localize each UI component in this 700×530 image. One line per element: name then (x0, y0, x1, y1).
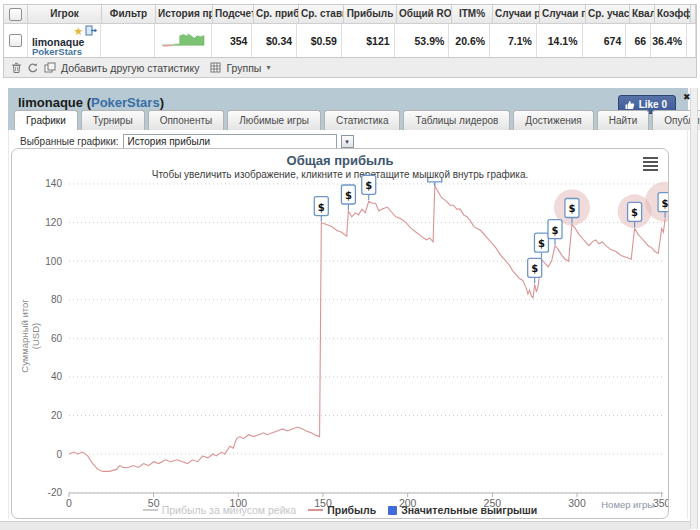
tab-найти[interactable]: Найти (597, 110, 650, 130)
refresh-icon[interactable] (27, 62, 39, 74)
tab-таблицы-лидеров[interactable]: Таблицы лидеров (403, 110, 510, 130)
tab-оппоненты[interactable]: Оппоненты (148, 110, 225, 130)
significant-win-flag-1[interactable]: $ (341, 185, 355, 210)
column-header-itm[interactable]: ITM% (452, 5, 493, 24)
column-header-count[interactable]: Подсчет (213, 5, 254, 24)
graph-select[interactable]: История прибыли (123, 134, 337, 149)
svg-text:$: $ (552, 225, 559, 236)
column-header-profit[interactable]: Прибыль (344, 5, 397, 24)
significant-win-flag-4[interactable]: $ (534, 233, 548, 258)
cell-avg-profit: $0.34 (252, 24, 297, 57)
significant-win-flag-3[interactable]: $ (528, 258, 542, 283)
column-header-early[interactable]: Случаи ра (493, 5, 540, 24)
player-name: limonaque (18, 95, 83, 110)
cell-qual: 66 (626, 24, 651, 57)
svg-text:$: $ (318, 202, 325, 213)
column-header-avg-entrants[interactable]: Ср. участ (586, 5, 630, 24)
chart-plot[interactable]: -200204060801001201400501001502002503003… (12, 149, 668, 518)
column-header-filter[interactable]: Фильтр (102, 5, 156, 24)
tab-турниры[interactable]: Турниры (81, 110, 145, 130)
svg-text:$: $ (568, 203, 575, 214)
svg-text:40: 40 (51, 371, 63, 382)
profit-history-sparkline (160, 32, 206, 49)
panel-tabs: ГрафикиТурнирыОппонентыЛюбимые игрыСтати… (14, 110, 700, 130)
select-all-checkbox[interactable] (9, 8, 22, 21)
legend-item-marker[interactable]: Значительные выигрыши (388, 504, 537, 516)
column-header-total-roi[interactable]: Общий ROI (397, 5, 452, 24)
row-checkbox[interactable] (9, 34, 22, 47)
svg-text:80: 80 (51, 294, 63, 305)
x-axis-title: Номер игры (601, 499, 654, 510)
player-site-link[interactable]: PokerStars (91, 95, 160, 110)
svg-text:60: 60 (51, 333, 63, 344)
cell-player[interactable]: ★limonaquePokerStars (28, 24, 102, 57)
tab-любимые-игры[interactable]: Любимые игры (227, 110, 321, 130)
column-header-player[interactable]: Игрок (28, 5, 102, 24)
legend-item-line[interactable]: Прибыль (308, 504, 376, 516)
add-statistic-icon[interactable] (44, 62, 56, 74)
cell-count: 354 (212, 24, 253, 57)
stats-toolbar: Добавить другую статистику Группы ▾ (4, 57, 696, 77)
cell-avg-stake: $0.59 (297, 24, 342, 57)
add-statistic-button[interactable]: Добавить другую статистику (61, 62, 199, 74)
legend-label: Значительные выигрыши (401, 504, 537, 516)
svg-text:120: 120 (45, 217, 62, 228)
column-header-history[interactable]: История прибы (156, 5, 213, 24)
vertical-scrollbar[interactable] (690, 88, 698, 529)
legend-label: Прибыль за минусом рейка (162, 504, 296, 516)
svg-text:$: $ (631, 207, 638, 218)
legend-line-swatch (143, 509, 158, 511)
open-player-icon[interactable] (85, 25, 98, 36)
column-header-cut[interactable] (691, 5, 696, 24)
svg-text:$: $ (345, 190, 352, 201)
cell-coeff: 36.4% (651, 24, 687, 57)
stats-table-header: ИгрокФильтрИстория прибыПодсчетСр. прибы… (4, 5, 696, 24)
groups-dropdown-arrow-icon[interactable]: ▾ (266, 63, 270, 72)
svg-text:100: 100 (45, 256, 62, 267)
column-header-avg-profit[interactable]: Ср. прибы (254, 5, 299, 24)
cell-itm: 20.6% (449, 24, 490, 57)
column-header-avg-stake[interactable]: Ср. ставк (299, 5, 344, 24)
graph-select-row: Выбранные графики: История прибыли ▾ (9, 130, 687, 149)
svg-text:$: $ (538, 238, 545, 249)
panel-title: limonaque (PokerStars) (8, 88, 688, 110)
cell-filter (101, 24, 155, 57)
legend-item-hidden-series[interactable]: Прибыль за минусом рейка (143, 504, 296, 516)
svg-text:$: $ (365, 180, 372, 191)
svg-text:140: 140 (45, 178, 62, 189)
trash-icon[interactable] (11, 62, 22, 74)
favorite-star-icon[interactable]: ★ (74, 26, 84, 36)
column-header-select[interactable] (4, 5, 28, 24)
legend-label: Прибыль (327, 504, 376, 516)
tab-достижения[interactable]: Достижения (513, 110, 593, 130)
thumbs-up-icon (625, 100, 635, 110)
cell-profit: $121 (342, 24, 395, 57)
legend-line-swatch (308, 509, 323, 511)
column-header-late[interactable]: Случаи п (540, 5, 586, 24)
cell-total-roi: 53.9% (395, 24, 450, 57)
column-header-qual[interactable]: Квали (630, 5, 655, 24)
cell-late: 14.1% (537, 24, 583, 57)
stats-table: ИгрокФильтрИстория прибыПодсчетСр. прибы… (3, 4, 697, 78)
significant-win-flag-2[interactable]: $ (362, 175, 376, 200)
player-site[interactable]: PokerStars (32, 47, 82, 57)
tab-статистика[interactable]: Статистика (324, 110, 401, 130)
player-icons: ★ (74, 25, 99, 36)
horizontal-scrollbar[interactable] (0, 521, 690, 530)
svg-text:$: $ (662, 198, 668, 209)
stats-table-row: ★limonaquePokerStars354$0.34$0.59$12153.… (4, 24, 696, 57)
panel-body: Выбранные графики: История прибыли ▾ Общ… (8, 130, 688, 519)
chart-legend: Прибыль за минусом рейкаПрибыльЗначитель… (12, 504, 668, 516)
player-panel: limonaque (PokerStars) Like 0 ГрафикиТур… (8, 88, 688, 519)
groups-button[interactable]: Группы (226, 62, 261, 74)
profit-chart[interactable]: Общая прибыль Чтобы увеличить изображени… (11, 148, 669, 519)
significant-win-flag-5[interactable]: $ (548, 220, 562, 245)
groups-icon[interactable] (210, 62, 221, 73)
significant-win-flag-0[interactable]: $ (314, 197, 328, 222)
cell-cut (687, 24, 696, 57)
tab-графики[interactable]: Графики (14, 110, 78, 130)
graph-select-expand-button[interactable]: ▾ (341, 135, 354, 148)
graph-select-label: Выбранные графики: (20, 136, 119, 147)
svg-text:0: 0 (56, 449, 62, 460)
column-header-coeff[interactable]: Коэффи (655, 5, 691, 24)
